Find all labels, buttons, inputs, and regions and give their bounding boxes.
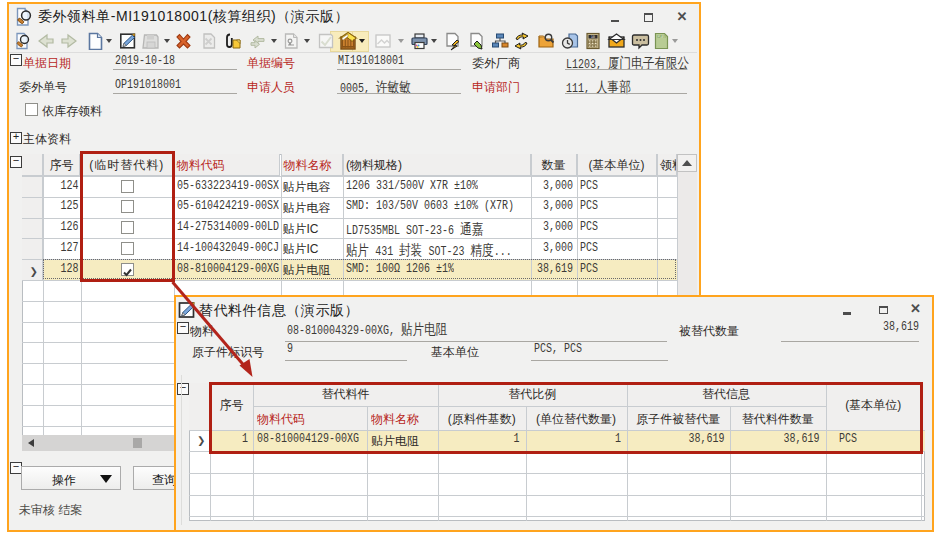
svg-text:PLAN: PLAN bbox=[658, 35, 665, 39]
svg-text:10: 10 bbox=[590, 35, 594, 39]
